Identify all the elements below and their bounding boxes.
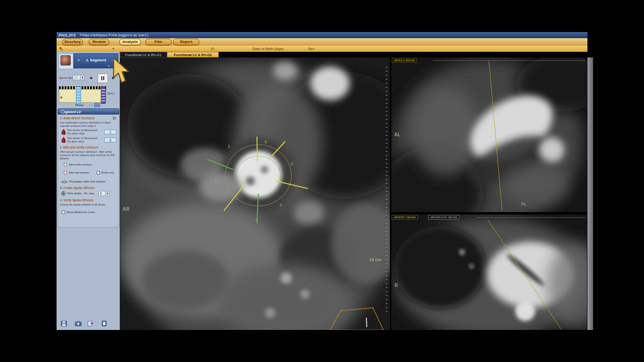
step1-heading: 1. Auto-detect Contours — [60, 116, 95, 120]
endo-only-checkbox[interactable] — [97, 171, 100, 174]
step2-description: After proper contour definition, start v… — [60, 150, 117, 160]
tab-functional-g2[interactable]: Functional LV & RV-G2 — [167, 52, 219, 58]
column-id: ID — [211, 47, 215, 51]
viewport-long-axis[interactable]: sBFE/LA SENSE AL FL — [391, 58, 587, 212]
show-reference-lines-label[interactable]: Show Reference Lines — [66, 211, 95, 214]
orientation-label-r: R — [395, 283, 398, 288]
prev-phase-button[interactable]: ◄ — [89, 75, 93, 80]
blood-pool-valve-icon[interactable] — [61, 129, 66, 135]
viewport-short-axis[interactable]: 1 2 3 4 5 6 AR 10 cm — [120, 58, 390, 330]
segment-number: 1 — [228, 144, 230, 148]
step3-heading: 3. Create Spoke Wheels — [60, 186, 94, 189]
segment-number: 2 — [215, 179, 217, 183]
new-epi-label[interactable]: New epi contour — [69, 171, 89, 174]
slice-selector-column[interactable] — [101, 87, 106, 104]
main-toolbar: Directory Review Analysis Film Report — [57, 38, 587, 46]
spoke-line[interactable] — [257, 137, 257, 162]
analysis-button[interactable]: Analysis — [119, 39, 141, 45]
series-label-rc[interactable]: sBFE/RC SENSE — [392, 215, 418, 220]
pause-button[interactable] — [98, 74, 108, 83]
propagate-label[interactable]: Propagate edits over phases — [69, 180, 105, 183]
series-label-la[interactable]: sBFE/LA SENSE — [392, 58, 417, 63]
patient-header: « ID Date of Birth (Age) Sex — [57, 46, 587, 52]
step4-description: Check the spoke wheels in all slices — [60, 203, 117, 206]
apex-slice-value[interactable]: 8 — [104, 138, 116, 142]
scrollbar[interactable] — [587, 58, 593, 330]
viewport-four-chamber[interactable]: sBFE/RC SENSE sBFE/BH/100 SENSE R — [391, 214, 587, 330]
sidebar: ◄ 1. Segment ► ▾ Speed (fps) 22 ◄ ► Slic… — [57, 52, 120, 330]
report-document-icon[interactable] — [101, 321, 107, 327]
pin-icon[interactable] — [59, 47, 63, 51]
blood-pool-apex-icon[interactable] — [61, 137, 66, 143]
speed-label: Speed (fps) — [59, 76, 74, 79]
phase-label: Phase — [75, 104, 84, 107]
snapshot-camera-icon[interactable] — [75, 321, 82, 326]
series-divider-line — [433, 60, 586, 61]
viewport-tabs: Functional LV & RV-G1 Functional LV & RV… — [57, 52, 587, 58]
current-marker-dot — [60, 97, 62, 99]
plan-marker — [366, 318, 367, 327]
valve-slice-label: Set center of blood pool for valve slice — [67, 129, 101, 135]
segment-lv-panel-header: Segment LV — [58, 108, 119, 115]
show-reference-lines-checkbox[interactable] — [62, 211, 65, 214]
new-spoke-label[interactable]: New spoke — [67, 192, 82, 195]
export-icon[interactable] — [87, 321, 93, 327]
new-endo-radio[interactable] — [64, 163, 67, 166]
stepper-dropdown-chevron-icon[interactable]: ▾ — [108, 64, 109, 67]
no-seg-value: 6 — [100, 192, 102, 195]
title-bar: PHILIPS Philips IntelliSpace Portal (log… — [57, 32, 587, 38]
speed-spinner[interactable]: 22 — [73, 75, 85, 80]
four-chamber-mri-image — [391, 214, 587, 330]
long-axis-mri-image — [391, 58, 587, 212]
scale-label: 10 cm — [369, 257, 381, 262]
segment-lv-panel: 1. Auto-detect Contours Use automatic co… — [58, 115, 119, 228]
segment-number: 4 — [280, 203, 282, 207]
short-axis-mri-image: 1 2 3 4 5 6 — [120, 58, 390, 330]
app-window: PHILIPS Philips IntelliSpace Portal (log… — [57, 32, 587, 330]
slices-label: Slices — [107, 92, 115, 95]
column-dob: Date of Birth (Age) — [252, 47, 283, 51]
apex-slice-label: Set center of blood pool for apex slice — [67, 137, 101, 143]
series-thumbnail[interactable] — [58, 53, 74, 69]
valve-slice-value[interactable]: 2 — [104, 130, 116, 134]
series-label-bh100[interactable]: sBFE/BH/100 SENSE — [428, 215, 459, 220]
directory-button[interactable]: Directory — [62, 39, 83, 45]
series-divider-line — [475, 217, 586, 218]
orientation-label-ar: AR — [123, 206, 129, 212]
new-endo-label[interactable]: New endo contour — [69, 163, 92, 166]
step1-description: Use automatic contour detection or draw … — [60, 121, 117, 128]
screen: PHILIPS Philips IntelliSpace Portal (log… — [0, 0, 644, 362]
orientation-label-al: AL — [394, 132, 400, 137]
column-sex: Sex — [308, 47, 314, 51]
report-button[interactable]: Report — [173, 39, 199, 45]
heart-thumbnail-image — [60, 55, 71, 66]
no-seg-spinner-arrows[interactable] — [105, 191, 109, 196]
review-button[interactable]: Review — [89, 39, 109, 45]
ed-label: ED — [94, 103, 100, 107]
new-spoke-icon[interactable] — [61, 191, 66, 196]
phase-slice-matrix[interactable] — [59, 89, 106, 103]
step4-heading: 4. Verify Spoke Wheels — [60, 198, 93, 202]
no-seg-spinner[interactable]: 6 — [99, 191, 110, 196]
speed-value: 22 — [74, 76, 78, 79]
step2-heading: 2. Edit and verify contours — [60, 146, 99, 149]
phase-selector-column[interactable] — [76, 87, 81, 104]
segment-number: 3 — [255, 218, 257, 222]
segment-number: 6 — [264, 140, 267, 144]
new-epi-radio[interactable] — [64, 171, 67, 174]
es-label: ES — [89, 104, 93, 107]
orientation-label-fl: FL — [521, 202, 527, 206]
mouse-cursor-icon — [110, 57, 131, 84]
endo-only-label[interactable]: Endo only — [101, 171, 114, 174]
propagate-icon[interactable] — [61, 180, 68, 184]
window-title: Philips IntelliSpace Portal (logged in a… — [80, 33, 148, 37]
segment-number: 5 — [291, 162, 293, 166]
speed-spinner-arrows[interactable] — [80, 75, 84, 80]
philips-logo: PHILIPS — [58, 33, 76, 38]
step1-info-icon[interactable] — [113, 116, 116, 120]
sidebar-collapse-button[interactable]: « — [112, 46, 115, 51]
no-seg-label: No. seg. — [84, 192, 94, 195]
panel-info-icon[interactable] — [61, 110, 65, 114]
film-button[interactable]: Film — [145, 39, 172, 45]
save-icon[interactable] — [61, 321, 67, 327]
